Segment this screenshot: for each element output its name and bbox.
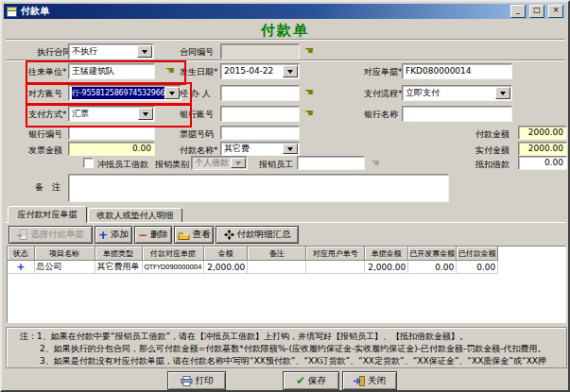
payment-form-window: 付款单 _ □ × 付款单 执行合同 不执行 合同编号 ☚ 往来单位* 王猛建筑… bbox=[0, 0, 570, 392]
bank-name-label: 银行名称 bbox=[364, 109, 398, 121]
col-invoiced-amount: 已开发票金额 bbox=[408, 247, 457, 261]
table-header-row: 状态 项目名称 单据类型 付款对应单据 金额 备注 对应用户单号 单据金额 已开… bbox=[8, 247, 498, 261]
note-line-3: 3、如果是付款没有对应付款单据，请在付款名称中写明“XX预付款”、“XX订货款”… bbox=[20, 355, 564, 368]
tab-payee-detail[interactable]: 收款人或垫付人明细 bbox=[88, 208, 182, 223]
minus-icon: − bbox=[138, 230, 147, 240]
note-line-2: 2、如果执行的分包合同，那么可付款金额=付款基数*付款限额%-(应收履约保证金-… bbox=[20, 343, 564, 355]
deduct-loan-label: 抵扣借款 bbox=[475, 159, 510, 171]
tab-payable-docs[interactable]: 应付款对应单据 bbox=[8, 206, 87, 223]
cell-doc-type: 其它费用单 bbox=[95, 261, 142, 274]
document-select-icon bbox=[17, 230, 27, 240]
col-amount: 金额 bbox=[204, 247, 248, 261]
payment-detail-summary-button[interactable]: 付款明细汇总 bbox=[216, 226, 299, 244]
invoice-amount-field[interactable]: 0.00 bbox=[68, 142, 155, 156]
pay-amount-field[interactable]: 2000.00 bbox=[518, 126, 567, 140]
chevron-down-icon bbox=[231, 158, 246, 168]
folder-icon bbox=[178, 230, 190, 240]
delete-button[interactable]: − 删除 bbox=[134, 226, 172, 244]
pay-flow-select[interactable]: 立即支付 bbox=[402, 85, 512, 101]
divider bbox=[6, 60, 564, 61]
actual-amount-field[interactable]: 2000.00 bbox=[518, 142, 567, 156]
deduct-loan-field[interactable]: 0.00 bbox=[518, 156, 567, 170]
minimize-button[interactable]: _ bbox=[510, 5, 526, 18]
chevron-down-icon[interactable] bbox=[138, 108, 153, 120]
reimburse-emp-field[interactable] bbox=[297, 156, 365, 170]
handler-label: 经 办 人 bbox=[180, 88, 211, 100]
view-button[interactable]: 查看 bbox=[174, 226, 214, 244]
cell-project: 总公司 bbox=[34, 261, 95, 274]
exit-door-icon bbox=[354, 376, 365, 386]
col-doc-amount: 单据金额 bbox=[365, 247, 408, 261]
exec-contract-select[interactable]: 不执行 bbox=[68, 43, 154, 60]
cell-user-doc-no bbox=[306, 261, 365, 274]
chevron-down-icon[interactable] bbox=[137, 45, 152, 58]
actual-amount-label: 实付金额 bbox=[475, 145, 510, 157]
doc-no-field[interactable]: FKD080000014 bbox=[402, 63, 512, 79]
pay-method-value: 汇票 bbox=[72, 108, 139, 120]
exec-contract-value: 不执行 bbox=[72, 45, 138, 58]
partner-label: 往来单位* bbox=[28, 66, 67, 78]
pay-flow-label: 支付流程* bbox=[364, 88, 403, 100]
printer-icon bbox=[181, 376, 193, 386]
party-account-select[interactable]: 行-95581258697453296665 bbox=[68, 85, 181, 101]
chevron-down-icon[interactable] bbox=[164, 87, 180, 99]
chevron-down-icon[interactable] bbox=[283, 144, 298, 154]
reimburse-emp-label: 报销员工 bbox=[259, 159, 293, 171]
chevron-down-icon[interactable] bbox=[495, 87, 510, 99]
page-title: 付款单 bbox=[2, 22, 568, 40]
browse-hand-icon-disabled: ☚ bbox=[371, 158, 380, 168]
payment-detail-summary-label: 付款明细汇总 bbox=[237, 229, 291, 241]
add-label: 添加 bbox=[111, 229, 129, 241]
bank-account-label: 银行账号 bbox=[180, 109, 214, 121]
save-label: 保存 bbox=[308, 375, 326, 387]
print-button[interactable]: 打印 bbox=[167, 371, 226, 390]
doc-no-label: 对应单据* bbox=[364, 66, 403, 78]
pay-flow-value: 立即支付 bbox=[406, 87, 496, 99]
save-button[interactable]: ✔ 保存 bbox=[283, 371, 339, 390]
browse-hand-icon[interactable]: ☚ bbox=[304, 87, 314, 97]
cell-doc-amount: 2,000.00 bbox=[365, 261, 408, 274]
maximize-button[interactable]: □ bbox=[529, 5, 544, 18]
reimburse-type-value: 个人借款 bbox=[195, 158, 232, 168]
handler-field[interactable] bbox=[220, 85, 300, 101]
summary-icon bbox=[224, 230, 234, 240]
occur-date-value: 2015-04-22 bbox=[224, 65, 284, 77]
occur-date-select[interactable]: 2015-04-22 bbox=[220, 63, 300, 79]
add-button[interactable]: + 添加 bbox=[95, 226, 132, 244]
exec-contract-label: 执行合同 bbox=[37, 46, 71, 59]
cell-invoiced-amount: 0.00 bbox=[408, 261, 457, 274]
browse-hand-icon[interactable]: ☚ bbox=[165, 65, 175, 76]
remarks-textarea[interactable] bbox=[68, 174, 449, 202]
pay-name-select[interactable]: 其它费 bbox=[220, 142, 300, 156]
table-row[interactable]: + 总公司 其它费用单 QTFYD090000004 2,000.00 2,00… bbox=[8, 261, 498, 274]
bank-no-field[interactable] bbox=[68, 126, 155, 140]
bill-no-label: 票据号码 bbox=[180, 128, 214, 141]
browse-hand-icon[interactable]: ☚ bbox=[304, 108, 314, 118]
invoice-amount-label: 发票金额 bbox=[28, 145, 62, 157]
row-status-icon: + bbox=[9, 262, 32, 272]
chevron-down-icon[interactable] bbox=[283, 65, 298, 77]
bill-no-field[interactable] bbox=[220, 126, 300, 140]
cell-amount: 2,000.00 bbox=[204, 261, 248, 274]
contract-no-field bbox=[220, 43, 300, 60]
offset-loan-label: 冲抵员工借款 bbox=[97, 159, 148, 171]
offset-loan-checkbox[interactable] bbox=[83, 158, 94, 168]
app-icon bbox=[7, 7, 17, 17]
close-button[interactable]: × bbox=[548, 5, 563, 18]
title-bar[interactable]: 付款单 _ □ × bbox=[4, 4, 566, 19]
browse-hand-icon[interactable]: ☚ bbox=[304, 45, 314, 56]
pay-method-select[interactable]: 汇票 bbox=[68, 106, 155, 122]
notes-panel: 注：1、如果在付款中要“报销员工借款”，请在【冲抵员工借款】上打钩，并填写好【报… bbox=[6, 327, 567, 368]
bank-name-field[interactable] bbox=[402, 106, 512, 122]
cell-remark bbox=[248, 261, 306, 274]
cell-pay-doc: QTFYD090000004 bbox=[142, 261, 204, 274]
cell-paid-amount: 0.00 bbox=[457, 261, 498, 274]
col-pay-doc: 付款对应单据 bbox=[142, 247, 204, 261]
col-project: 项目名称 bbox=[34, 247, 95, 261]
select-payment-doc-label: 选择付款单据 bbox=[30, 229, 84, 241]
bank-account-field[interactable] bbox=[220, 106, 300, 122]
window-title: 付款单 bbox=[21, 5, 507, 18]
partner-field[interactable]: 王猛建筑队 bbox=[68, 63, 155, 79]
select-payment-doc-button: 选择付款单据 bbox=[9, 226, 93, 244]
close-form-button[interactable]: 关闭 bbox=[342, 371, 397, 390]
